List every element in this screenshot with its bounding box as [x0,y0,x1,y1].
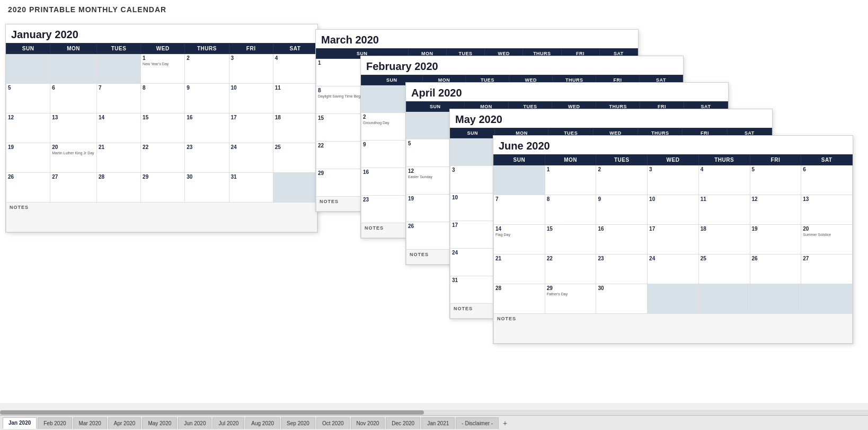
jun-d28: 28 [494,284,545,314]
jan-day-22: 22 [141,143,185,173]
jan-sun-header: SUN [6,43,50,54]
jan-day-7: 7 [96,84,140,113]
jun-d1: 1 [545,165,596,195]
jan-day-21: 21 [96,143,140,173]
february-title: February 2020 [361,56,683,75]
jan-day-23: 23 [185,143,229,173]
may-d10: 10 [450,194,495,221]
jun-d16: 16 [596,225,648,255]
jan-tue-header: TUES [96,43,140,54]
june-title: June 2020 [493,136,853,154]
jan-day-26: 26 [6,173,50,203]
may-d24: 24 [450,249,495,276]
jun-d25: 25 [698,255,750,284]
jun-d17: 17 [648,225,699,255]
jan-day-19: 19 [6,143,50,173]
add-tab-button[interactable]: + [500,418,510,428]
tab-may-2020[interactable]: May 2020 [142,417,177,429]
table-row: 26 27 28 29 30 31 [6,173,317,203]
jun-d30: 30 [596,284,648,314]
jan-mon-header: MON [50,43,97,54]
scrollbar[interactable] [0,410,868,415]
jun-d11: 11 [698,195,750,225]
page-title: 2020 PRINTABLE MONTHLY CALENDAR [8,5,860,14]
jun-ee2 [698,284,750,314]
jun-d19: 19 [750,225,801,255]
tab-jan-2021[interactable]: Jan 2021 [421,417,455,429]
jan-day-31: 31 [229,173,273,203]
january-title: January 2020 [6,24,317,43]
jan-fri-header: FRI [229,43,273,54]
jun-d8: 8 [545,195,596,225]
tab-mar-2020[interactable]: Mar 2020 [73,417,107,429]
jan-wed-header: WED [141,43,185,54]
tab-jul-2020[interactable]: Jul 2020 [212,417,244,429]
jun-d12: 12 [750,195,801,225]
jun-d2: 2 [596,165,648,195]
jun-wed: WED [648,155,699,165]
jan-day-17: 17 [229,113,273,143]
jan-day-2: 2 [185,54,229,84]
table-row: 14Flag Day 15 16 17 18 19 20Summer Solst… [494,225,853,255]
jan-empty-2 [50,54,97,84]
tab-nov-2020[interactable]: Nov 2020 [351,417,385,429]
jan-day-4: 4 [273,54,317,84]
table-row: 21 22 23 24 25 26 27 [494,255,853,284]
jan-day-14: 14 [96,113,140,143]
jun-d10: 10 [648,195,699,225]
jun-ee1 [648,284,699,314]
jan-sat-header: SAT [273,43,317,54]
jun-d27: 27 [801,255,853,284]
jan-notes: NOTES [6,203,317,232]
may-sun: SUN [450,128,495,138]
tab-bar: Jan 2020 Feb 2020 Mar 2020 Apr 2020 May … [0,415,868,430]
march-title: March 2020 [316,30,638,48]
jun-sat: SAT [801,155,853,165]
january-calendar: January 2020 SUN MON TUES WED THURS FRI … [5,24,318,233]
jun-d4: 4 [698,165,750,195]
jun-d9: 9 [596,195,648,225]
table-row: 1New Year's Day 2 3 4 [6,54,317,84]
tab-apr-2020[interactable]: Apr 2020 [108,417,141,429]
january-grid: SUN MON TUES WED THURS FRI SAT 1New Year… [6,43,317,232]
tab-aug-2020[interactable]: Aug 2020 [245,417,280,429]
jun-d26: 26 [750,255,801,284]
may-d31: 31 [450,276,495,304]
jan-day-20: 20Martin Luther King Jr Day [50,143,97,173]
tab-jun-2020[interactable]: Jun 2020 [178,417,211,429]
jan-day-13: 13 [50,113,97,143]
jun-d6: 6 [801,165,853,195]
tab-jan-2020[interactable]: Jan 2020 [3,417,37,429]
main-area: 2020 PRINTABLE MONTHLY CALENDAR January … [0,0,868,403]
may-e1 [450,138,495,166]
scrollbar-thumb[interactable] [0,410,424,415]
jan-empty-end [273,173,317,203]
jan-day-11: 11 [273,84,317,113]
jun-thu: THURS [698,155,750,165]
may-d17: 17 [450,221,495,249]
tab-dec-2020[interactable]: Dec 2020 [386,417,420,429]
jan-day-18: 18 [273,113,317,143]
table-row: 28 29Father's Day 30 [494,284,853,314]
jan-day-27: 27 [50,173,97,203]
jan-day-8: 8 [141,84,185,113]
jun-mon: MON [545,155,596,165]
jan-day-6: 6 [50,84,97,113]
jan-empty-1 [6,54,50,84]
jun-notes: NOTES [494,314,853,344]
jun-d20: 20Summer Solstice [801,225,853,255]
tab-sep-2020[interactable]: Sep 2020 [281,417,315,429]
may-d3: 3 [450,166,495,194]
tab-disclaimer[interactable]: - Disclaimer - [456,417,499,429]
jun-tue: TUES [596,155,648,165]
jun-d22: 22 [545,255,596,284]
jan-day-24: 24 [229,143,273,173]
jan-day-3: 3 [229,54,273,84]
jan-day-1: 1New Year's Day [141,54,185,84]
tab-feb-2020[interactable]: Feb 2020 [38,417,72,429]
jun-sun: SUN [494,155,545,165]
jun-e1 [494,165,545,195]
may-title: May 2020 [450,109,772,128]
tab-oct-2020[interactable]: Oct 2020 [316,417,350,429]
jun-d23: 23 [596,255,648,284]
